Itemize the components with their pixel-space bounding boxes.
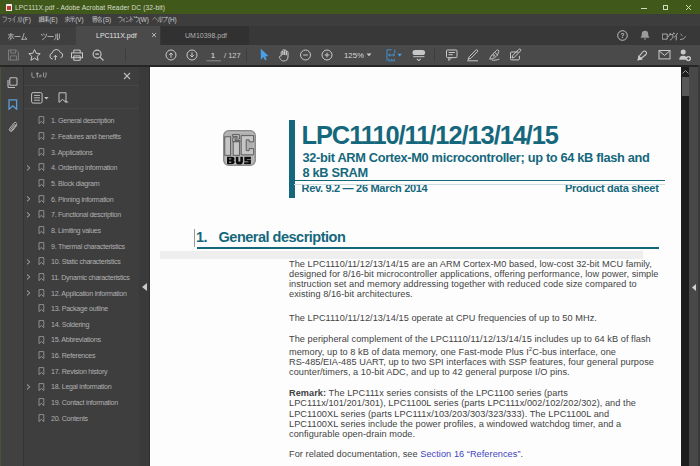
svg-text:(V): (V) — [75, 16, 83, 24]
svg-text:(W): (W) — [139, 16, 149, 24]
svg-text:(S): (S) — [103, 16, 111, 24]
svg-text:(F): (F) — [23, 16, 31, 24]
svg-text:(E): (E) — [49, 16, 57, 24]
